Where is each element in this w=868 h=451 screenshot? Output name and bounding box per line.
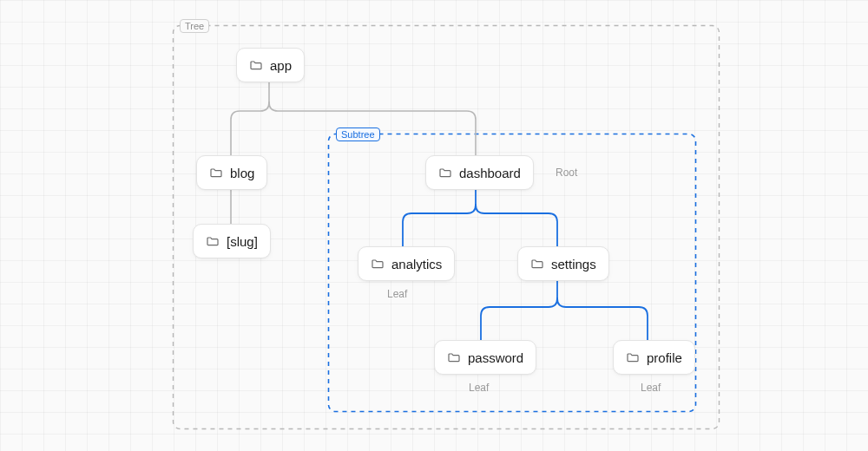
node-analytics: analytics (358, 246, 455, 281)
leaf-annotation-analytics: Leaf (387, 288, 407, 300)
node-profile: profile (613, 340, 695, 375)
folder-icon (530, 257, 544, 271)
folder-icon (249, 58, 263, 72)
folder-icon (447, 350, 461, 364)
node-blog: blog (196, 155, 267, 190)
node-label: settings (551, 257, 596, 271)
node-password: password (434, 340, 536, 375)
node-label: profile (647, 350, 682, 365)
node-label: dashboard (459, 166, 521, 180)
node-label: analytics (391, 257, 442, 271)
node-label: password (468, 350, 523, 365)
node-app: app (236, 48, 305, 82)
root-annotation: Root (556, 167, 577, 179)
node-dashboard: dashboard (425, 155, 534, 190)
node-settings: settings (517, 246, 609, 281)
node-label: [slug] (227, 234, 258, 249)
folder-icon (438, 166, 452, 180)
tree-label: Tree (180, 19, 209, 33)
node-label: app (270, 58, 292, 73)
node-label: blog (230, 166, 254, 180)
folder-icon (206, 234, 220, 248)
node-slug: [slug] (193, 224, 271, 258)
connector-layer (0, 0, 868, 451)
folder-icon (626, 350, 640, 364)
subtree-label: Subtree (336, 127, 380, 141)
folder-icon (371, 257, 385, 271)
leaf-annotation-password: Leaf (469, 382, 489, 394)
folder-icon (209, 166, 223, 180)
leaf-annotation-profile: Leaf (641, 382, 661, 394)
